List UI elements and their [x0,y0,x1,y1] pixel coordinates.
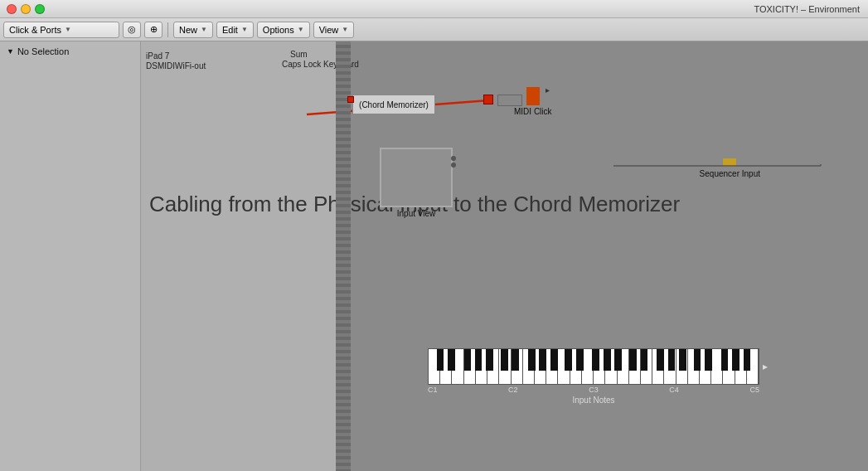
view-arrow-icon: ▼ [342,26,348,33]
chord-memorizer-port [347,96,354,103]
edit-arrow-icon: ▼ [241,26,248,33]
black-key [657,349,664,371]
black-key [437,349,444,371]
black-key [668,349,676,371]
chord-memorizer-label: (Chord Memorizer) [359,100,429,109]
port-dot-2 [451,163,456,168]
input-notes-label: Input Notes [572,396,614,405]
black-key [512,349,519,371]
click-ports-dropdown[interactable]: Click & Ports ▼ [3,22,119,38]
black-key [486,349,493,371]
midi-click-label: MIDI Click [514,107,552,116]
close-button[interactable] [7,4,17,14]
icon-button-2[interactable]: ⊕ [144,22,162,38]
sequencer-icon [722,158,737,168]
circle-icon: ◎ [128,24,136,35]
octave-label-c2: C2 [508,386,518,394]
black-key [705,349,712,371]
minimize-button[interactable] [21,4,31,14]
black-key [679,349,686,371]
plus-icon: ⊕ [150,24,158,35]
keyboard-scroll-arrow[interactable]: ▸ [763,361,768,372]
octave-label-c5: C5 [749,386,759,394]
sidebar-no-selection[interactable]: ▼ No Selection [0,45,140,58]
input-view-ports [451,156,456,168]
options-dropdown[interactable]: Options ▼ [257,22,310,38]
title-bar: TOXICITY! – Environment [0,0,868,18]
no-selection-label: No Selection [17,46,69,56]
input-notes-component[interactable]: ▸ C1 C2 C3 C4 C5 Input Notes [377,348,810,405]
black-key [629,349,637,371]
edit-dropdown[interactable]: Edit ▼ [216,22,254,38]
physical-input-divider [336,41,351,471]
black-key [528,349,536,371]
black-key [501,349,508,371]
octave-label-c3: C3 [589,386,599,394]
new-label: New [179,25,197,35]
window-buttons [7,4,45,14]
grey-connector [497,95,522,106]
sidebar: ▼ No Selection [0,41,141,471]
black-key [448,349,455,371]
maximize-button[interactable] [35,4,45,14]
new-dropdown[interactable]: New ▼ [173,22,213,38]
icon-button-1[interactable]: ◎ [123,22,141,38]
black-key [721,349,729,371]
sequencer-input-label: Sequencer Input [700,169,760,178]
new-arrow-icon: ▼ [201,26,207,33]
dropdown-arrow-icon: ▼ [65,26,71,33]
black-key [614,349,622,371]
black-key [475,349,482,371]
black-key [592,349,599,371]
input-view-label: Input View [397,209,436,218]
keyboard-octave-labels: C1 C2 C3 C4 C5 [428,386,759,394]
sum-device-label: Sum [290,50,308,59]
options-arrow-icon: ▼ [298,26,304,33]
black-key [641,349,648,371]
options-label: Options [263,25,294,35]
port-dot-1 [451,156,456,161]
octave-label-c1: C1 [428,386,438,394]
toolbar: Click & Ports ▼ ◎ ⊕ New ▼ Edit ▼ Options… [0,18,868,41]
ipad-device-label: iPad 7 [146,51,169,61]
input-view-component[interactable]: Input View [380,148,453,218]
black-key [576,349,584,371]
click-ports-label: Click & Ports [9,25,61,35]
view-label: View [319,25,339,35]
black-key [732,349,739,371]
chord-memorizer-component[interactable]: (Chord Memorizer) [352,95,435,114]
black-key [565,349,572,371]
dsm-device-label: DSMIDIWiFi-out [146,61,206,70]
black-key [744,349,751,371]
canvas-area[interactable]: iPad 7 DSMIDIWiFi-out Sum Caps Lock Keyb… [141,41,868,471]
black-key [539,349,546,371]
black-key [550,349,558,371]
edit-label: Edit [222,25,238,35]
toolbar-separator [167,22,168,37]
black-key [464,349,472,371]
black-key [694,349,701,371]
keyboard-visual [428,348,759,385]
midi-click-icon [526,87,540,105]
main-content: ▼ No Selection iPad 7 DSMIDIWiFi-out Sum… [0,41,868,471]
view-dropdown[interactable]: View ▼ [313,22,355,38]
black-key [604,349,611,371]
octave-label-c4: C4 [669,386,679,394]
window-title: TOXICITY! – Environment [754,4,860,14]
red-connector [483,95,493,104]
physical-input-area [141,41,344,471]
input-view-box [380,148,453,207]
sequencer-input-component[interactable]: Sequencer Input [700,158,760,178]
triangle-icon: ▼ [7,47,14,56]
